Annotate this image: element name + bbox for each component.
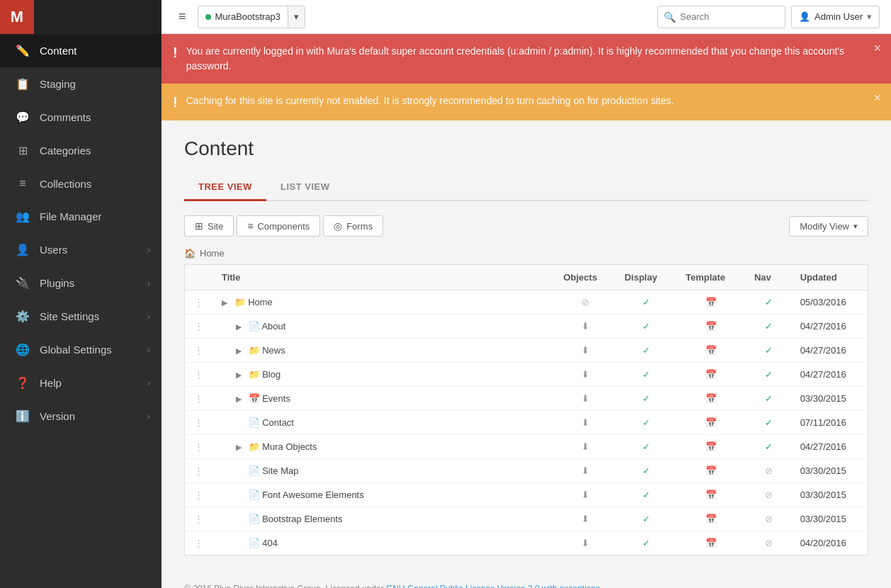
- sidebar-item-staging[interactable]: 📋 Staging: [0, 67, 161, 101]
- row-updated-4: 03/30/2015: [792, 387, 868, 411]
- template-calendar-icon: 📅: [705, 345, 717, 356]
- sidebar-item-help[interactable]: ❓ Help ›: [0, 366, 161, 400]
- modify-view-button[interactable]: Modify View▾: [789, 216, 868, 237]
- row-objects-8: ⬇: [555, 483, 615, 507]
- sidebar-item-site-settings[interactable]: ⚙️ Site Settings ›: [0, 300, 161, 333]
- user-menu[interactable]: 👤 Admin User ▾: [791, 6, 880, 28]
- row-updated-2: 04/27/2016: [792, 339, 868, 363]
- objects-ban-icon: ⊘: [581, 297, 589, 307]
- alert-icon-0: !: [173, 45, 178, 61]
- row-drag-1[interactable]: ⋮: [185, 315, 213, 339]
- row-title-3[interactable]: ▶ 📁 Blog: [213, 363, 555, 387]
- expand-icon-3[interactable]: ▶: [236, 371, 246, 380]
- row-drag-3[interactable]: ⋮: [185, 363, 213, 387]
- row-display-8: ✓: [616, 483, 677, 507]
- expand-icon-4[interactable]: ▶: [236, 395, 246, 404]
- objects-down-icon: ⬇: [581, 369, 589, 380]
- users-icon: 👤: [14, 243, 31, 256]
- row-updated-6: 04/27/2016: [792, 435, 868, 459]
- template-calendar-icon: 📅: [705, 297, 717, 307]
- page-icon: 📄: [249, 465, 260, 476]
- alerts-container: ! You are currently logged in with Mura'…: [161, 34, 891, 120]
- sidebar-item-global-settings[interactable]: 🌐 Global Settings ›: [0, 333, 161, 366]
- row-title-4[interactable]: ▶ 📅 Events: [213, 387, 555, 411]
- content-area: ! You are currently logged in with Mura'…: [161, 34, 891, 588]
- row-title-9[interactable]: 📄 Bootstrap Elements: [213, 507, 555, 531]
- nav-ban-icon: ⊘: [765, 538, 773, 548]
- row-title-10[interactable]: 📄 404: [213, 531, 555, 555]
- alert-close-1[interactable]: ×: [873, 91, 881, 106]
- row-template-3: 📅: [677, 363, 746, 387]
- folder-icon: 📁: [234, 297, 246, 307]
- row-title-1[interactable]: ▶ 📄 About: [213, 315, 555, 339]
- row-drag-10[interactable]: ⋮: [185, 531, 213, 555]
- display-check-icon: ✓: [642, 417, 650, 428]
- row-display-2: ✓: [616, 339, 677, 363]
- row-drag-2[interactable]: ⋮: [185, 339, 213, 363]
- row-title-6[interactable]: ▶ 📁 Mura Objects: [213, 435, 555, 459]
- row-drag-4[interactable]: ⋮: [185, 387, 213, 411]
- search-box[interactable]: 🔍: [657, 6, 785, 28]
- row-drag-0[interactable]: ⋮: [185, 290, 213, 315]
- row-updated-10: 04/20/2016: [792, 531, 868, 555]
- sidebar-item-comments[interactable]: 💬 Comments: [0, 101, 161, 134]
- row-title-5[interactable]: 📄 Contact: [213, 411, 555, 435]
- toolbar-btn-site[interactable]: ⊞Site: [184, 215, 234, 237]
- chevron-icon-help: ›: [147, 378, 150, 388]
- tabs: TREE VIEWLIST VIEW: [184, 174, 868, 201]
- row-title-7[interactable]: 📄 Site Map: [213, 459, 555, 483]
- nav-ban-icon: ⊘: [765, 514, 773, 524]
- row-drag-7[interactable]: ⋮: [185, 459, 213, 483]
- expand-icon-1[interactable]: ▶: [236, 322, 246, 332]
- toolbar-btn-forms[interactable]: ◎Forms: [323, 215, 383, 237]
- row-title-0[interactable]: ▶ 📁 Home: [213, 290, 555, 315]
- forms-btn-label: Forms: [346, 221, 373, 232]
- template-calendar-icon: 📅: [705, 465, 717, 476]
- tab-tree-view[interactable]: TREE VIEW: [184, 174, 266, 201]
- expand-icon-6[interactable]: ▶: [236, 443, 246, 452]
- row-drag-5[interactable]: ⋮: [185, 411, 213, 435]
- expand-icon-2[interactable]: ▶: [236, 346, 246, 356]
- sidebar-item-file-manager[interactable]: 👥 File Manager: [0, 200, 161, 233]
- site-selector[interactable]: MuraBootstrap3 ▾: [198, 6, 306, 28]
- row-title-2[interactable]: ▶ 📁 News: [213, 339, 555, 363]
- file-manager-icon: 👥: [14, 210, 31, 223]
- row-title-text-4: Events: [262, 393, 290, 404]
- expand-icon-0[interactable]: ▶: [222, 298, 232, 307]
- alert-text-1: Caching for this site is currently not e…: [186, 94, 880, 108]
- sidebar-item-version[interactable]: ℹ️ Version ›: [0, 400, 161, 433]
- row-display-10: ✓: [616, 531, 677, 555]
- sidebar-item-collections[interactable]: ≡ Collections: [0, 167, 161, 200]
- template-calendar-icon: 📅: [705, 490, 717, 500]
- sidebar-item-users[interactable]: 👤 Users ›: [0, 233, 161, 266]
- row-nav-5: ✓: [746, 411, 792, 435]
- row-nav-4: ✓: [746, 387, 792, 411]
- chevron-icon-version: ›: [147, 412, 150, 422]
- row-display-9: ✓: [616, 507, 677, 531]
- menu-toggle-button[interactable]: ≡: [173, 6, 192, 27]
- search-icon: 🔍: [664, 11, 676, 23]
- table-row: ⋮ ▶ 📄 About ⬇ ✓ 📅 ✓ 04/27/2016: [185, 315, 868, 339]
- row-title-8[interactable]: 📄 Font Awesome Elements: [213, 483, 555, 507]
- template-calendar-icon: 📅: [705, 417, 717, 428]
- nav-check-icon: ✓: [765, 441, 773, 452]
- toolbar-btn-components[interactable]: ≡Components: [237, 215, 320, 237]
- row-objects-1: ⬇: [555, 315, 615, 339]
- alert-close-0[interactable]: ×: [873, 41, 881, 56]
- modify-view-chevron-icon: ▾: [853, 222, 858, 231]
- row-title-text-0: Home: [248, 297, 273, 307]
- display-check-icon: ✓: [642, 297, 650, 307]
- help-icon: ❓: [14, 376, 31, 390]
- row-nav-6: ✓: [746, 435, 792, 459]
- row-drag-8[interactable]: ⋮: [185, 483, 213, 507]
- sidebar-item-content[interactable]: ✏️ Content: [0, 34, 161, 67]
- row-drag-6[interactable]: ⋮: [185, 435, 213, 459]
- row-drag-9[interactable]: ⋮: [185, 507, 213, 531]
- sidebar-item-categories[interactable]: ⊞ Categories: [0, 134, 161, 167]
- collections-icon: ≡: [14, 177, 31, 190]
- site-dropdown-button[interactable]: ▾: [288, 6, 305, 28]
- search-input[interactable]: [680, 11, 779, 22]
- tab-list-view[interactable]: LIST VIEW: [266, 174, 344, 201]
- footer-link[interactable]: GNU General Public License Version 2.0 w…: [386, 584, 600, 588]
- sidebar-item-plugins[interactable]: 🔌 Plugins ›: [0, 266, 161, 300]
